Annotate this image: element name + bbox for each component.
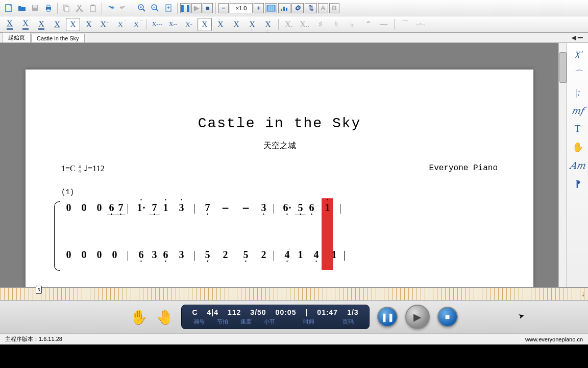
flat-button[interactable]: ♭ — [345, 18, 359, 31]
pause-playback-button[interactable]: ❚❚ — [180, 3, 190, 13]
settings-button[interactable]: ⚙ — [291, 3, 304, 13]
stop-playback-button[interactable]: ■ — [203, 3, 213, 13]
zoom-minus-button[interactable]: − — [218, 3, 229, 13]
version-text: 主程序版本：1.6.11.28 — [5, 335, 62, 343]
note-dur-5[interactable]: X — [66, 18, 80, 31]
note-dur-3[interactable]: X — [34, 18, 48, 31]
separator — [57, 3, 58, 14]
svg-rect-2 — [33, 5, 37, 8]
slur-button[interactable]: ⌒ — [398, 18, 412, 31]
new-file-button[interactable] — [3, 2, 15, 14]
rp-dynamics-button[interactable]: 𝑚𝑓 — [572, 105, 584, 117]
open-file-button[interactable] — [16, 2, 28, 14]
tab-start-page[interactable]: 起始页 — [3, 32, 31, 42]
note-oct-down-2[interactable]: X·· — [261, 18, 275, 31]
right-hand-button[interactable]: ✋ — [156, 309, 174, 326]
zoom-value-input[interactable]: ×1.0 — [230, 3, 253, 13]
repeat-button[interactable]: ⌐³¬ — [413, 18, 428, 31]
music-sheet[interactable]: Castle in the Sky 天空之城 1=C 44 ♩=112 Ever… — [26, 70, 533, 287]
note-dur-1[interactable]: X — [3, 18, 17, 31]
tab-current-song[interactable]: Castle in the Sky — [31, 34, 85, 42]
note-dur-4[interactable]: X — [50, 18, 64, 31]
sheet-subtitle: 天空之城 — [61, 141, 498, 151]
mode-a-button[interactable]: A — [318, 3, 328, 13]
zoom-in-button[interactable] — [136, 2, 148, 14]
natural-button[interactable]: ♮ — [329, 18, 344, 31]
measure-ruler[interactable]: 3 ↓ — [0, 287, 588, 301]
ruler-down-arrow[interactable]: ↓ — [581, 290, 585, 298]
separator — [278, 19, 279, 30]
fit-page-button[interactable] — [162, 2, 175, 14]
rp-slur-button[interactable]: ⌒ — [573, 68, 582, 80]
info-divider: | — [305, 308, 308, 316]
print-button[interactable] — [42, 2, 55, 14]
bass-staff[interactable]: 0000| 6363| 5252| 4141| — [61, 247, 498, 264]
notation-toolbar: X X X X X X¯ X‾‾ X· X·· X--- X-- X- X X·… — [0, 16, 588, 33]
player-stop-button[interactable]: ■ — [437, 307, 458, 327]
staff-system: 00067| 1·713| 7‒‒3| 6·561| 0000| 6363| 5… — [61, 200, 498, 264]
sharp-button[interactable]: ♯ — [313, 18, 328, 31]
redo-button[interactable] — [118, 2, 130, 14]
website-link[interactable]: www.everyonepiano.cn — [525, 336, 583, 342]
zoom-plus-button[interactable]: + — [254, 3, 264, 13]
note-base[interactable]: X — [198, 18, 212, 31]
note-dotted-1[interactable]: X· — [113, 18, 128, 31]
rp-repeat-button[interactable]: |: — [575, 87, 580, 98]
rp-text-button[interactable]: T — [575, 124, 580, 134]
paste-button[interactable] — [87, 2, 99, 14]
ruler-marker[interactable]: 3 — [36, 286, 42, 294]
line-number: (1) — [61, 188, 498, 196]
info-key: C — [192, 308, 198, 316]
svg-rect-5 — [47, 9, 50, 11]
copy-button[interactable] — [60, 2, 72, 14]
play-playback-button[interactable]: ▶ — [191, 3, 202, 13]
separator — [102, 3, 102, 14]
note-long-3[interactable]: X--- — [150, 18, 164, 31]
note-dur-7[interactable]: X‾‾ — [97, 18, 112, 31]
swap-button[interactable]: ⇅ — [305, 3, 317, 13]
rp-paragraph-button[interactable]: ⁋ — [575, 178, 580, 190]
note-dur-2[interactable]: X — [18, 18, 33, 31]
note-dur-6[interactable]: X¯ — [82, 18, 96, 31]
left-hand-button[interactable]: ✋ — [130, 309, 148, 326]
player-pause-button[interactable]: ❚❚ — [377, 307, 398, 327]
rp-fingering-button[interactable]: ✋ — [572, 142, 583, 153]
undo-button[interactable] — [105, 2, 117, 14]
accent-button[interactable]: ⌃ — [361, 18, 375, 31]
note-dotted-2[interactable]: X·· — [129, 18, 143, 31]
bottom-black-bar — [0, 344, 588, 368]
composer-credit: Everyone Piano — [429, 164, 498, 174]
mode-b-button[interactable]: B — [329, 3, 339, 13]
separator — [146, 19, 147, 30]
mixer-button[interactable] — [278, 3, 290, 13]
separator — [215, 3, 216, 14]
note-long-2[interactable]: X-- — [166, 18, 180, 31]
sheet-title: Castle in the Sky — [61, 116, 498, 131]
keyboard-view-button[interactable] — [265, 3, 277, 13]
note-dot-after-1[interactable]: X. — [282, 18, 296, 31]
sheet-viewport: Castle in the Sky 天空之城 1=C 44 ♩=112 Ever… — [0, 43, 567, 287]
save-button[interactable] — [29, 2, 41, 14]
note-long-1[interactable]: X- — [182, 18, 196, 31]
info-bpm: 112 — [228, 308, 241, 316]
svg-rect-24 — [281, 9, 282, 11]
zoom-out-button[interactable] — [149, 2, 161, 14]
scroll-thumb[interactable] — [559, 52, 567, 83]
collapse-arrow-button[interactable]: ◄━ — [570, 33, 583, 42]
note-oct-up-2[interactable]: X·· — [229, 18, 243, 31]
info-time: 4|4 — [207, 308, 219, 316]
main-toolbar: ❚❚ ▶ ■ − ×1.0 + ⚙ ⇅ A B — [0, 0, 588, 16]
note-oct-down-1[interactable]: X· — [245, 18, 259, 31]
rp-chord-button[interactable]: 𝐴𝑚 — [570, 160, 585, 171]
rp-note-button[interactable]: X♪ — [575, 50, 580, 61]
svg-rect-25 — [283, 7, 285, 11]
note-dot-after-2[interactable]: X.. — [298, 18, 312, 31]
system-bracket — [54, 201, 60, 271]
vertical-scrollbar[interactable] — [558, 43, 567, 287]
cut-button[interactable] — [74, 2, 86, 14]
treble-staff[interactable]: 00067| 1·713| 7‒‒3| 6·561| — [61, 200, 498, 217]
note-oct-up-1[interactable]: X· — [213, 18, 228, 31]
player-play-button[interactable]: ▶ — [405, 305, 430, 329]
tie-short-button[interactable]: ⁓ — [377, 18, 391, 31]
separator — [133, 3, 133, 14]
